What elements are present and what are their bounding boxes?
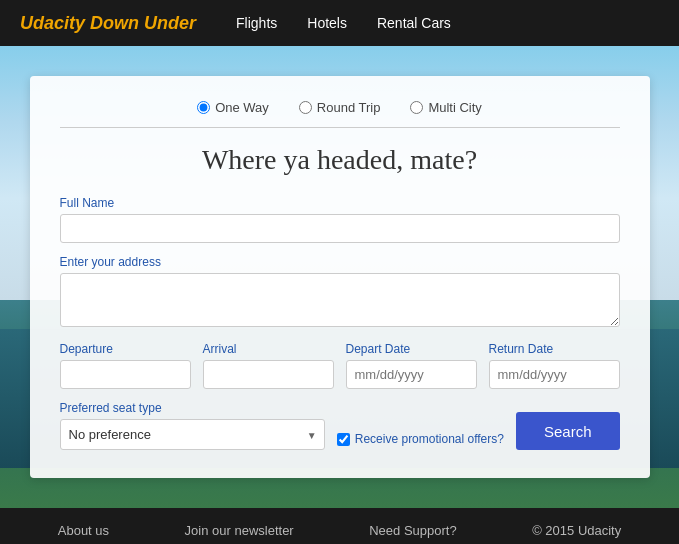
arrival-input[interactable] xyxy=(203,360,334,389)
arrival-group: Arrival xyxy=(203,342,334,389)
trip-type-selector: One Way Round Trip Multi City xyxy=(60,100,620,128)
search-button[interactable]: Search xyxy=(516,412,620,450)
address-label: Enter your address xyxy=(60,255,620,269)
return-date-input[interactable] xyxy=(489,360,620,389)
depart-date-input[interactable] xyxy=(346,360,477,389)
departure-group: Departure xyxy=(60,342,191,389)
trip-round-trip[interactable]: Round Trip xyxy=(299,100,381,115)
departure-input[interactable] xyxy=(60,360,191,389)
trip-one-way[interactable]: One Way xyxy=(197,100,269,115)
promo-label: Receive promotional offers? xyxy=(355,432,504,446)
return-date-label: Return Date xyxy=(489,342,620,356)
depart-date-label: Depart Date xyxy=(346,342,477,356)
arrival-label: Arrival xyxy=(203,342,334,356)
full-name-input[interactable] xyxy=(60,214,620,243)
footer-copyright: © 2015 Udacity xyxy=(532,523,621,538)
bottom-row: Preferred seat type No preference Window… xyxy=(60,401,620,450)
logo: Udacity Down Under xyxy=(20,13,196,34)
nav-hotels[interactable]: Hotels xyxy=(307,15,347,31)
nav-rental-cars[interactable]: Rental Cars xyxy=(377,15,451,31)
promo-checkbox[interactable] xyxy=(337,433,350,446)
full-name-group: Full Name xyxy=(60,196,620,243)
footer-support[interactable]: Need Support? xyxy=(369,523,456,538)
promo-group: Receive promotional offers? xyxy=(337,432,504,446)
address-input[interactable] xyxy=(60,273,620,327)
trip-multi-city-radio[interactable] xyxy=(410,101,423,114)
trip-round-trip-radio[interactable] xyxy=(299,101,312,114)
seat-select-wrap: No preference Window Aisle Middle xyxy=(60,419,325,450)
header: Udacity Down Under Flights Hotels Rental… xyxy=(0,0,679,46)
trip-multi-city-label: Multi City xyxy=(428,100,481,115)
trip-round-trip-label: Round Trip xyxy=(317,100,381,115)
main-nav: Flights Hotels Rental Cars xyxy=(236,15,451,31)
seat-type-select[interactable]: No preference Window Aisle Middle xyxy=(60,419,325,450)
departure-label: Departure xyxy=(60,342,191,356)
booking-form-card: One Way Round Trip Multi City Where ya h… xyxy=(30,76,650,478)
trip-one-way-label: One Way xyxy=(215,100,269,115)
seat-type-group: Preferred seat type No preference Window… xyxy=(60,401,325,450)
hero-section: One Way Round Trip Multi City Where ya h… xyxy=(0,46,679,508)
form-heading: Where ya headed, mate? xyxy=(60,144,620,176)
trip-one-way-radio[interactable] xyxy=(197,101,210,114)
nav-flights[interactable]: Flights xyxy=(236,15,277,31)
seat-type-label: Preferred seat type xyxy=(60,401,325,415)
depart-date-group: Depart Date xyxy=(346,342,477,389)
footer: About us Join our newsletter Need Suppor… xyxy=(0,508,679,544)
footer-about[interactable]: About us xyxy=(58,523,109,538)
logo-italic: Down Under xyxy=(90,13,196,33)
logo-text: Udacity xyxy=(20,13,90,33)
return-date-group: Return Date xyxy=(489,342,620,389)
footer-newsletter[interactable]: Join our newsletter xyxy=(185,523,294,538)
trip-multi-city[interactable]: Multi City xyxy=(410,100,481,115)
full-name-label: Full Name xyxy=(60,196,620,210)
travel-fields-row: Departure Arrival Depart Date Return Dat… xyxy=(60,342,620,389)
address-group: Enter your address xyxy=(60,255,620,330)
